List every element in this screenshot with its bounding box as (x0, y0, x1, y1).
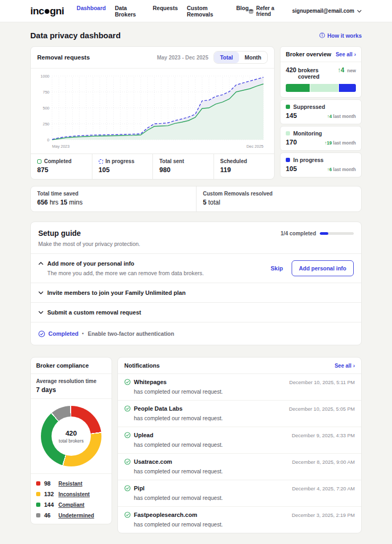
stat-in-progress: In progress 105 (92, 154, 153, 179)
notification-broker-name: Pipl (134, 485, 144, 491)
notification-row[interactable]: Uplead December 9, 2025, 4:33 PM has com… (118, 427, 361, 454)
compliance-legend: 98 Resistant 132 Inconsistent 144 Compli… (31, 474, 112, 524)
stat-value: 119 (220, 166, 268, 174)
legend-row-resistant: 98 Resistant (36, 480, 106, 487)
removal-requests-chart: 02505007501000May 2023Dec 2025 (32, 71, 272, 151)
svg-text:May 2023: May 2023 (52, 144, 70, 149)
refer-a-friend-button[interactable]: Refer a friend (249, 5, 283, 17)
check-circle-icon (124, 432, 131, 438)
svg-text:750: 750 (42, 90, 49, 95)
custom-removals-label: Custom Removals resolved (203, 191, 355, 197)
custom-removals-suffix: total (208, 199, 220, 206)
setup-item-title: Invite members to join your Family Unlim… (47, 290, 185, 296)
notification-date: December 8, 2025, 9:00 AM (292, 459, 355, 465)
notification-message: has completed our removal request. (134, 521, 355, 528)
nav-item-requests[interactable]: Requests (152, 5, 177, 18)
removal-requests-card: Removal requests May 2023 - Dec 2025 Tot… (30, 46, 275, 180)
check-circle-icon (124, 512, 131, 518)
check-circle-icon (124, 405, 131, 412)
broker-overview-panel: Broker overview See all› 420 brokers cov… (280, 46, 362, 180)
section-delta-suffix: last month (333, 114, 356, 119)
resistant-swatch-icon (36, 481, 40, 486)
broker-overview-see-all-link[interactable]: See all› (336, 52, 356, 57)
resolution-value: 7 days (36, 386, 106, 394)
notifications-title: Notifications (124, 362, 160, 369)
broker-compliance-card: Broker compliance Average resolution tim… (30, 357, 112, 524)
notification-message: has completed our removal request. (134, 468, 355, 474)
setup-item-title: Submit a custom removal request (47, 309, 141, 316)
notifications-see-all-link[interactable]: See all› (335, 363, 355, 369)
svg-text:250: 250 (42, 122, 49, 126)
notification-message: has completed our removal request. (134, 388, 355, 395)
stat-value: 980 (159, 166, 207, 174)
covered-delta-suffix: new (347, 68, 356, 73)
notification-row[interactable]: Fastpeoplesearch.com December 3, 2025, 2… (118, 507, 361, 533)
chevron-up-icon[interactable] (38, 262, 44, 265)
stat-label: Completed (44, 158, 72, 164)
setup-progress-fill (320, 232, 328, 235)
setup-item-custom-removal[interactable]: Submit a custom removal request (31, 302, 361, 322)
account-email: signupemail@email.com (292, 8, 354, 14)
nav-item-custom-removals[interactable]: Custom Removals (187, 5, 227, 18)
notification-row[interactable]: Pipl December 4, 2025, 7:20 AM has compl… (118, 480, 361, 507)
total-time-saved-cell: Total time saved 656 hrs 15 mins (31, 186, 196, 211)
legend-value: 132 (44, 491, 55, 497)
setup-item-invite-members[interactable]: Invite members to join your Family Unlim… (31, 283, 361, 302)
setup-item-description: The more you add, the more we can remove… (47, 270, 204, 276)
chevron-down-icon[interactable] (38, 291, 44, 294)
svg-text:Dec 2025: Dec 2025 (246, 144, 263, 149)
setup-item-title: Add more of your personal info (47, 260, 134, 267)
legend-row-inconsistent: 132 Inconsistent (36, 491, 106, 497)
notification-message: has completed our removal request. (134, 441, 355, 448)
chevron-down-icon[interactable] (38, 311, 44, 314)
nav-item-dashboard[interactable]: Dashboard (76, 5, 106, 18)
legend-label-link[interactable]: Inconsistent (58, 491, 90, 497)
compliance-donut: 420 total brokers (41, 406, 101, 466)
in-progress-section: In progress 105 ↑6 last month (280, 152, 362, 177)
monitoring-section: Monitoring 170 ↑19 last month (280, 126, 362, 151)
suppressed-swatch-icon (286, 105, 290, 109)
notification-broker-name: Usatrace.com (134, 458, 172, 465)
legend-label-link[interactable]: Undetermined (58, 513, 94, 518)
skip-button[interactable]: Skip (271, 265, 283, 271)
notification-date: December 4, 2025, 7:20 AM (292, 486, 355, 491)
custom-removals-value: 5 (203, 199, 207, 206)
notification-row[interactable]: People Data Labs December 10, 2025, 5:05… (118, 401, 361, 427)
notification-date: December 9, 2025, 4:33 PM (292, 432, 355, 438)
refer-a-friend-label: Refer a friend (256, 5, 283, 17)
resolution-label: Average resolution time (36, 378, 106, 384)
logo-o-dot-icon (45, 9, 49, 14)
check-circle-icon (124, 485, 131, 491)
add-personal-info-button[interactable]: Add personal info (292, 260, 354, 276)
legend-label-link[interactable]: Compliant (58, 502, 84, 508)
covered-delta: 4 (340, 66, 344, 74)
incogni-logo[interactable]: incgni (30, 5, 64, 17)
stat-scheduled: Scheduled 119 (214, 154, 275, 179)
main-nav: Dashboard Data Brokers Requests Custom R… (76, 5, 249, 18)
toggle-month[interactable]: Month (239, 52, 268, 63)
completed-square-icon (37, 159, 41, 164)
setup-item-add-personal-info[interactable]: Add more of your personal info The more … (31, 253, 361, 283)
notification-row[interactable]: Usatrace.com December 8, 2025, 9:00 AM h… (118, 454, 361, 480)
broker-compliance-title: Broker compliance (36, 362, 106, 369)
legend-value: 98 (44, 480, 55, 487)
logo-text-post: gni (50, 5, 64, 17)
inconsistent-swatch-icon (36, 492, 40, 496)
check-circle-icon (124, 458, 131, 465)
see-all-label: See all (335, 363, 352, 369)
custom-removals-resolved-cell: Custom Removals resolved 5 total (196, 186, 361, 211)
nav-item-data-brokers[interactable]: Data Brokers (115, 5, 143, 18)
legend-label-link[interactable]: Resistant (58, 481, 82, 487)
chart-period-toggle: Total Month (214, 51, 268, 64)
notification-row[interactable]: Whitepages December 10, 2025, 5:11 PM ha… (118, 374, 361, 401)
time-saved-mins: 15 (60, 199, 67, 206)
nav-item-blog[interactable]: Blog (236, 5, 249, 18)
notification-date: December 10, 2025, 5:11 PM (289, 379, 355, 385)
section-label: Monitoring (293, 130, 322, 137)
how-it-works-link[interactable]: How it works (319, 32, 362, 39)
removal-requests-title: Removal requests (37, 54, 90, 61)
toggle-total[interactable]: Total (214, 52, 238, 63)
account-menu[interactable]: signupemail@email.com (292, 8, 362, 14)
donut-center-value: 420 (65, 429, 77, 437)
stat-value: 105 (99, 166, 147, 174)
